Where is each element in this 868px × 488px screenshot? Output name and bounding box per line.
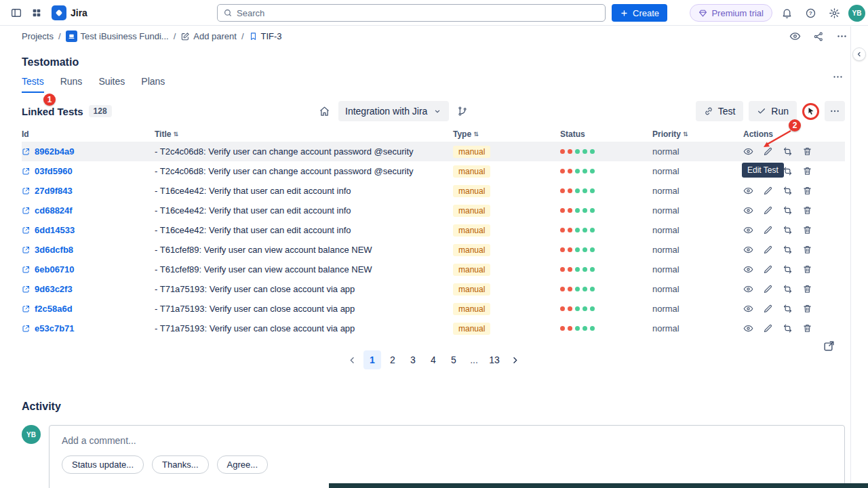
prev-page-button[interactable]: [343, 350, 361, 369]
comment-input[interactable]: Add a comment... Status update...Thanks.…: [49, 425, 845, 488]
edit-icon[interactable]: [763, 146, 778, 157]
page-5[interactable]: 5: [445, 350, 462, 369]
priority-label: normal: [652, 264, 679, 274]
create-button[interactable]: Create: [612, 4, 667, 22]
delete-icon[interactable]: [802, 186, 817, 196]
delete-icon[interactable]: [802, 264, 817, 274]
edit-icon[interactable]: [763, 264, 778, 274]
delete-icon[interactable]: [802, 166, 817, 176]
export-icon[interactable]: [823, 340, 835, 352]
page-1[interactable]: 1: [363, 350, 381, 369]
global-search[interactable]: [217, 4, 606, 22]
col-type[interactable]: Type⇅: [453, 129, 560, 139]
add-parent-button[interactable]: Add parent: [180, 31, 237, 41]
user-avatar[interactable]: YB: [848, 5, 865, 22]
test-button[interactable]: Test: [696, 101, 744, 121]
delete-icon[interactable]: [802, 225, 817, 235]
view-icon[interactable]: [743, 304, 758, 314]
page-13[interactable]: 13: [486, 350, 503, 369]
delete-icon[interactable]: [802, 323, 817, 333]
delete-icon[interactable]: [802, 284, 817, 294]
status-dots: [560, 228, 652, 232]
split-arrows-icon[interactable]: [783, 304, 797, 314]
premium-trial-button[interactable]: Premium trial: [690, 4, 772, 22]
split-arrows-icon[interactable]: [783, 186, 797, 196]
tab-suites[interactable]: Suites: [98, 74, 125, 93]
split-arrows-icon[interactable]: [783, 245, 797, 255]
test-id-link[interactable]: cd68824f: [35, 205, 73, 216]
edit-icon[interactable]: [763, 166, 778, 176]
app-switcher-button[interactable]: [27, 3, 46, 22]
view-icon[interactable]: [743, 264, 758, 274]
quick-reply-button[interactable]: Status update...: [62, 455, 144, 474]
test-id-link[interactable]: 03fd5960: [35, 166, 73, 176]
test-id-link[interactable]: f2c58a6d: [35, 304, 73, 314]
test-id-link[interactable]: 9d63c2f3: [35, 284, 73, 294]
delete-icon[interactable]: [802, 304, 817, 314]
view-icon[interactable]: [743, 245, 758, 255]
edit-icon[interactable]: [763, 323, 778, 333]
tab-runs[interactable]: Runs: [60, 74, 83, 93]
collapse-panel-button[interactable]: [852, 47, 866, 61]
share-icon[interactable]: [813, 31, 824, 42]
integration-dropdown[interactable]: Integration with Jira: [338, 101, 449, 121]
split-arrows-icon[interactable]: [783, 323, 797, 333]
delete-icon[interactable]: [802, 245, 817, 255]
split-arrows-icon[interactable]: [783, 205, 797, 216]
test-id-link[interactable]: 3d6dcfb8: [35, 245, 73, 255]
split-arrows-icon[interactable]: [783, 284, 797, 294]
edit-icon[interactable]: [763, 205, 778, 216]
col-title[interactable]: Title⇅: [155, 129, 453, 139]
split-arrows-icon[interactable]: [783, 264, 797, 274]
view-icon[interactable]: [743, 205, 758, 216]
edit-icon[interactable]: [763, 304, 778, 314]
split-arrows-icon[interactable]: [783, 225, 797, 235]
search-input[interactable]: [237, 8, 599, 18]
delete-icon[interactable]: [802, 205, 817, 216]
page-4[interactable]: 4: [425, 350, 442, 369]
home-icon[interactable]: [319, 106, 330, 117]
watch-icon[interactable]: [789, 30, 801, 42]
test-id-link[interactable]: 8962b4a9: [35, 146, 75, 157]
table-more-button[interactable]: [825, 101, 845, 121]
test-id-link[interactable]: 6dd14533: [35, 225, 75, 235]
col-priority[interactable]: Priority⇅: [652, 129, 743, 139]
test-id-link[interactable]: e53c7b71: [35, 323, 75, 333]
quick-reply-button[interactable]: Agree...: [217, 455, 269, 474]
jira-logo[interactable]: Jira: [52, 5, 87, 20]
quick-reply-button[interactable]: Thanks...: [152, 455, 208, 474]
tab-plans[interactable]: Plans: [141, 74, 165, 93]
next-page-button[interactable]: [506, 350, 524, 369]
run-button[interactable]: Run: [749, 101, 797, 121]
settings-button[interactable]: [825, 3, 844, 22]
view-icon[interactable]: [743, 186, 758, 196]
delete-icon[interactable]: [802, 146, 817, 157]
breadcrumb-project[interactable]: Test iBusiness Fundi...: [66, 30, 169, 42]
breadcrumb-projects[interactable]: Projects: [22, 31, 54, 41]
edit-icon[interactable]: [763, 245, 778, 255]
edit-icon[interactable]: [763, 225, 778, 235]
table-row: e53c7b71 - T71a75193: Verify user can cl…: [22, 319, 845, 338]
test-id-link[interactable]: 27d9f843: [35, 186, 73, 196]
notifications-button[interactable]: [777, 3, 796, 22]
view-icon[interactable]: [743, 225, 758, 235]
view-icon[interactable]: [743, 323, 758, 333]
status-dot: [575, 188, 580, 193]
help-button[interactable]: ?: [801, 3, 820, 22]
view-icon[interactable]: [743, 146, 758, 157]
breadcrumb-issue[interactable]: TIF-3: [249, 31, 282, 41]
branch-icon[interactable]: [457, 106, 468, 117]
view-icon[interactable]: [743, 166, 758, 176]
page-3[interactable]: 3: [404, 350, 422, 369]
more-icon[interactable]: [836, 30, 848, 42]
page-2[interactable]: 2: [384, 350, 401, 369]
test-id-link[interactable]: 6eb06710: [35, 264, 75, 274]
sidebar-toggle-button[interactable]: [7, 3, 26, 22]
edit-icon[interactable]: [763, 186, 778, 196]
view-icon[interactable]: [743, 284, 758, 294]
split-arrows-icon[interactable]: [783, 146, 797, 157]
panel-more-button[interactable]: [832, 71, 844, 83]
edit-icon[interactable]: [763, 284, 778, 294]
split-arrows-icon[interactable]: [783, 166, 797, 176]
tab-tests[interactable]: Tests: [22, 74, 44, 93]
